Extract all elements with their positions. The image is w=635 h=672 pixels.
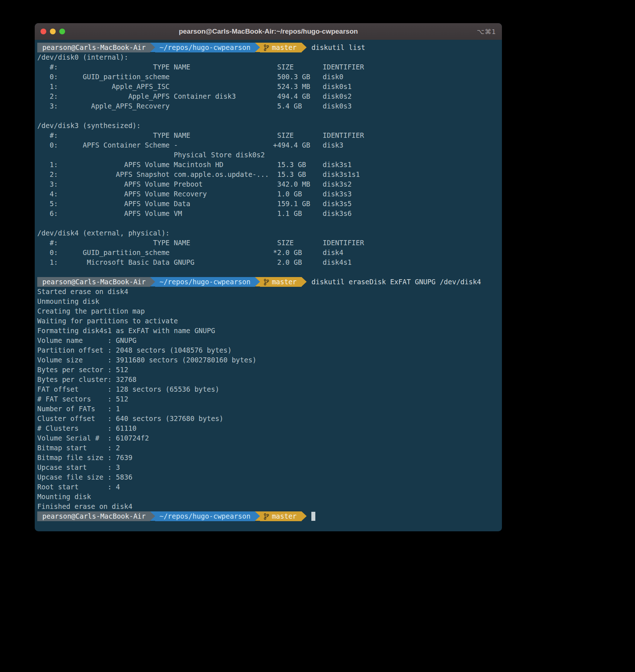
powerline-arrow-icon [150, 277, 155, 286]
git-branch-icon [264, 278, 269, 286]
prompt-branch: master [272, 511, 297, 521]
prompt-branch-segment: master [260, 43, 302, 52]
command-text: diskutil eraseDisk ExFAT GNUPG /dev/disk… [311, 277, 481, 287]
powerline-arrow-icon [150, 43, 155, 52]
powerline-arrow-icon [150, 511, 155, 521]
prompt-user: pearson@Carls-MacBook-Air [42, 43, 146, 52]
window-title: pearson@Carls-MacBook-Air:~/repos/hugo-c… [35, 27, 502, 35]
powerline-arrow-icon [302, 277, 307, 286]
erase-disk-output: Started erase on disk4 Unmounting disk C… [37, 287, 499, 511]
prompt-branch-segment: master [260, 277, 302, 287]
powerline-arrow-icon [255, 511, 260, 521]
prompt-user-segment: pearson@Carls-MacBook-Air [37, 277, 150, 287]
prompt-user-segment: pearson@Carls-MacBook-Air [37, 511, 150, 521]
prompt-path: ~/repos/hugo-cwpearson [159, 277, 251, 287]
prompt-path: ~/repos/hugo-cwpearson [159, 511, 251, 521]
prompt-branch: master [272, 277, 297, 287]
window-shortcut-badge: ⌥⌘1 [477, 28, 496, 35]
close-button[interactable] [41, 29, 46, 34]
powerline-arrow-icon [302, 511, 307, 521]
prompt-line: pearson@Carls-MacBook-Air ~/repos/hugo-c… [37, 511, 499, 521]
minimize-button[interactable] [50, 29, 56, 34]
prompt-user-segment: pearson@Carls-MacBook-Air [37, 43, 150, 52]
prompt-path: ~/repos/hugo-cwpearson [159, 43, 251, 52]
zoom-button[interactable] [59, 29, 65, 34]
prompt-user: pearson@Carls-MacBook-Air [42, 277, 146, 287]
prompt-path-segment: ~/repos/hugo-cwpearson [155, 43, 255, 52]
terminal-body[interactable]: pearson@Carls-MacBook-Air ~/repos/hugo-c… [35, 40, 502, 531]
git-branch-icon [264, 513, 269, 520]
terminal-cursor [311, 512, 315, 521]
git-branch-icon [264, 44, 269, 51]
command-text: diskutil list [311, 43, 365, 52]
prompt-line: pearson@Carls-MacBook-Air ~/repos/hugo-c… [37, 43, 499, 52]
prompt-branch-segment: master [260, 511, 302, 521]
prompt-path-segment: ~/repos/hugo-cwpearson [155, 277, 255, 287]
terminal-window: pearson@Carls-MacBook-Air:~/repos/hugo-c… [35, 23, 502, 531]
prompt-user: pearson@Carls-MacBook-Air [42, 511, 146, 521]
prompt-path-segment: ~/repos/hugo-cwpearson [155, 511, 255, 521]
powerline-arrow-icon [255, 277, 260, 286]
traffic-lights [41, 29, 65, 34]
titlebar[interactable]: pearson@Carls-MacBook-Air:~/repos/hugo-c… [35, 23, 502, 40]
powerline-arrow-icon [255, 43, 260, 52]
diskutil-list-output: /dev/disk0 (internal): #: TYPE NAME SIZE… [37, 52, 499, 267]
prompt-line: pearson@Carls-MacBook-Air ~/repos/hugo-c… [37, 277, 499, 287]
powerline-arrow-icon [302, 43, 307, 52]
prompt-branch: master [272, 43, 297, 52]
